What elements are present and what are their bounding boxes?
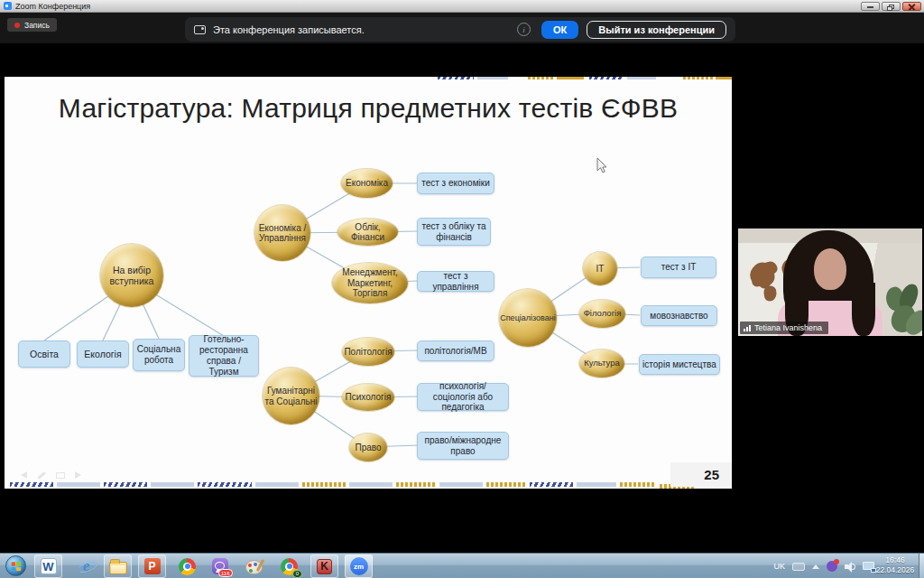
diagram-node-finance: Облік, Фінанси (337, 219, 398, 246)
show-desktop-button[interactable] (919, 554, 924, 578)
diagram-node-culture: Культура (579, 350, 624, 378)
slide-bottom-border (302, 482, 346, 487)
word-icon: W (41, 558, 57, 574)
slide-bottom-border (486, 482, 526, 487)
language-indicator[interactable]: UK (773, 562, 785, 571)
diagram-box-osvita: Освіта (18, 340, 70, 368)
slide-page-number: 25 (670, 462, 732, 487)
taskbar-chrome2-button[interactable]: 0 (275, 555, 303, 578)
viber-icon: 116 (212, 558, 228, 574)
taskbar-zoom-button[interactable]: zm (345, 555, 373, 578)
slide-bottom-border (577, 482, 616, 487)
speaker-icon[interactable] (845, 561, 855, 572)
participant-hair-strand (852, 283, 875, 336)
close-button[interactable] (902, 2, 921, 11)
powerpoint-icon: P (144, 558, 161, 574)
diagram-test-law: право/міжнародне право (417, 432, 509, 460)
diagram-test-economics: тест з економіки (417, 172, 494, 194)
diagram-test-culture: історія мистецтва (639, 354, 720, 375)
slide-bottom-border (255, 482, 299, 487)
diagram-hub-specialized: Спеціалізовані (499, 289, 557, 347)
slide-bottom-border (530, 482, 573, 487)
taskbar-word-button[interactable]: W (34, 555, 62, 578)
windows-logo-icon (11, 561, 21, 571)
recording-notification-text: Эта конференция записывается. (213, 24, 365, 35)
clock-time: 16:46 (873, 555, 917, 565)
folder-icon (109, 562, 127, 574)
diagram-node-law: Право (349, 434, 387, 461)
slide-bottom-border (439, 482, 483, 487)
recording-label: Запись (24, 21, 50, 30)
info-icon[interactable]: i (517, 23, 531, 36)
slide-bottom-border (104, 482, 147, 487)
plant-decor (881, 284, 922, 336)
diagram-node-it: IT (583, 252, 617, 285)
minimize-button[interactable] (861, 2, 880, 11)
clock-date: 22.04.2026 (873, 565, 917, 575)
chrome-badge: 0 (292, 570, 302, 578)
diagram-box-hotel: Готельно-ресторанна справа / Туризм (189, 335, 259, 377)
presenter-controls (21, 471, 81, 479)
taskbar-internet-explorer-button[interactable]: e (72, 555, 100, 578)
taskbar: W e P 116 0 K zm UK 16:46 (0, 553, 924, 578)
taskbar-file-explorer-button[interactable] (104, 555, 132, 578)
diagram-box-social: Соціальна робота (133, 339, 185, 371)
viber-badge: 116 (218, 569, 233, 577)
diagram-test-politology: політологія/МВ (417, 340, 494, 361)
recording-notification-bar: Эта конференция записывается. i ОК Выйти… (185, 17, 735, 42)
media-player-icon: K (317, 559, 332, 574)
diagram-node-root: На вибір вступника (100, 244, 163, 307)
diagram-node-economics: Економіка (341, 169, 393, 198)
prev-slide-icon[interactable] (21, 471, 27, 479)
diagram-box-ekologia: Екологія (77, 340, 129, 368)
internet-explorer-icon: e (78, 557, 96, 575)
recording-screen-icon (194, 25, 206, 34)
zoom-toolbar: Запись Эта конференция записывается. i О… (0, 13, 924, 43)
mouse-cursor (596, 157, 608, 174)
taskbar-paint-button[interactable] (240, 555, 268, 578)
participant-video[interactable]: Tetiana Ivanishena (738, 228, 922, 336)
taskbar-chrome-button[interactable] (173, 555, 201, 578)
diagram-test-it: тест з IT (641, 256, 716, 278)
participant-face (814, 248, 846, 290)
restore-button[interactable] (882, 2, 901, 11)
diagram-node-management: Менеджмент, Маркетинг, Торгівля (332, 263, 408, 303)
system-tray: UK (773, 554, 875, 578)
taskbar-media-player-button[interactable]: K (310, 555, 338, 578)
taskbar-clock[interactable]: 16:46 22.04.2026 (873, 555, 917, 575)
slide-bottom-border (57, 482, 100, 487)
connection-signal-icon (744, 325, 751, 331)
slide-bottom-border (349, 482, 393, 487)
chrome-icon (179, 558, 196, 575)
slide-bottom-border (10, 482, 53, 487)
paint-icon (245, 560, 263, 574)
ok-button[interactable]: ОК (541, 21, 578, 39)
slide-bottom-border (396, 482, 436, 487)
slide-panel-icon[interactable] (56, 472, 65, 479)
shared-screen-slide: Магістратура: Матриця предметних тестів … (5, 77, 732, 489)
zoom-app-icon (4, 2, 12, 10)
window-title: Zoom Конференция (15, 2, 90, 11)
start-button[interactable] (5, 555, 26, 576)
pen-tool-icon[interactable] (37, 471, 45, 479)
diagram-test-management: тест з управління (417, 271, 494, 292)
recording-dot-icon (14, 23, 20, 28)
slide-bottom-border (151, 482, 194, 487)
next-slide-icon[interactable] (75, 471, 81, 479)
slide-bottom-border (198, 482, 252, 487)
diagram-node-philology: Філологія (579, 300, 625, 328)
leave-meeting-button[interactable]: Выйти из конференции (587, 21, 726, 39)
show-hidden-icons-button[interactable] (812, 564, 819, 569)
keyboard-icon[interactable] (792, 563, 805, 571)
viber-tray-icon[interactable] (827, 561, 837, 572)
taskbar-powerpoint-button[interactable]: P (138, 555, 166, 578)
window-titlebar: Zoom Конференция (0, 0, 924, 13)
zoom-icon: zm (350, 557, 368, 575)
diagram-node-politology: Політологія (342, 338, 394, 366)
diagram-test-philology: мовознавство (641, 305, 717, 326)
taskbar-viber-button[interactable]: 116 (206, 555, 234, 578)
diagram-test-psychology: психологія/соціологія або педагогіка (417, 383, 509, 411)
diagram-node-psychology: Психологія (342, 384, 394, 411)
diagram-hub-humanities: Гуманітарні та Соціальні (263, 368, 319, 424)
participant-name: Tetiana Ivanishena (754, 323, 822, 332)
